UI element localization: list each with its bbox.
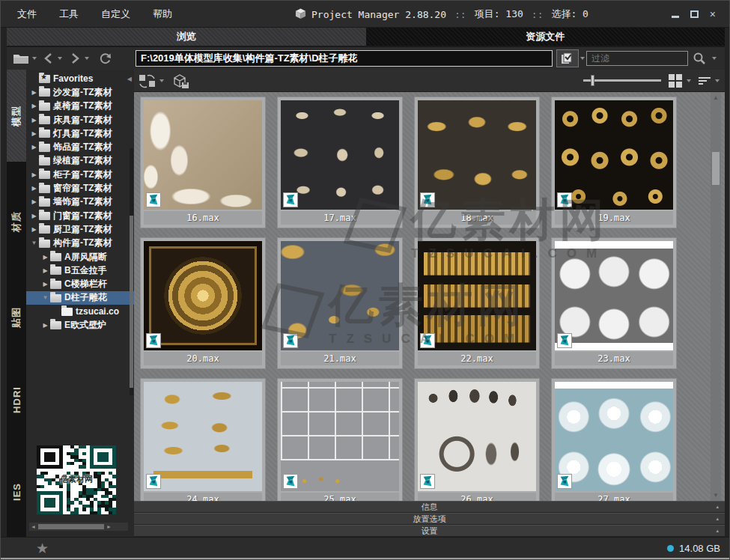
panel-header[interactable]: 信息▴ [134,501,725,513]
view-mode-dropdown[interactable] [687,73,691,89]
sort-button[interactable] [699,73,711,89]
expand-icon[interactable]: ▶ [40,322,50,329]
scrollbar-thumb[interactable] [130,216,133,388]
collapse-panel-icon[interactable]: ▴ [716,516,719,521]
tab-browse[interactable]: 浏览 [7,28,366,46]
expand-icon[interactable]: ▶ [29,198,39,205]
collapse-panel-icon[interactable]: ◀ [127,76,132,82]
expand-icon[interactable]: ▶ [29,171,39,178]
asset-card[interactable]: 24.max [140,378,266,501]
menu-item[interactable]: 自定义 [90,7,142,21]
open-folder-dropdown[interactable] [32,50,37,67]
scroll-left-icon[interactable]: ◄ [31,524,36,529]
relink-dropdown[interactable] [159,73,164,89]
tree-item[interactable]: ▶E欧式壁炉 [26,318,134,332]
close-button[interactable]: × [710,9,716,19]
tree-horizontal-scrollbar[interactable]: ◄ ► [29,523,128,531]
tree-item[interactable]: ▶厨卫篇-TZ素材 [26,222,134,236]
expand-icon[interactable]: ▶ [29,185,39,192]
sidebar-tab-材质[interactable]: 材质 [7,162,26,281]
asset-card[interactable]: 22.max [414,237,540,369]
tree-item[interactable]: ▶C楼梯栏杆 [26,277,134,290]
asset-card[interactable]: 26.max [414,378,540,501]
tree-item[interactable]: ▶饰品篇-TZ素材 [26,140,134,153]
slider-handle[interactable] [591,75,594,86]
forward-button[interactable] [70,50,81,67]
tree-item[interactable]: ▼D柱子雕花 [26,291,134,305]
sidebar-tab-IES[interactable]: IES [7,446,26,537]
tree-item[interactable]: ▶墙饰篇-TZ素材 [26,195,134,209]
forward-history-dropdown[interactable] [85,50,89,67]
tree-item[interactable]: ▶床具篇-TZ素材 [26,113,134,127]
refresh-button[interactable] [98,50,112,67]
minimize-button[interactable] [672,9,679,19]
collapse-panel-icon[interactable]: ▴ [716,528,719,533]
thumbnail-size-slider[interactable] [583,79,661,82]
tree-item[interactable]: 绿植篇-TZ素材 [26,154,134,168]
menu-item[interactable]: 工具 [48,7,90,21]
tree-item[interactable]: ▶柜子篇-TZ素材 [26,168,134,181]
expand-icon[interactable]: ▶ [29,144,39,150]
search-button[interactable] [693,50,706,67]
tab-resource-files[interactable]: 资源文件 [366,28,726,46]
preview-mode-dropdown[interactable] [580,50,585,67]
expand-icon[interactable]: ▶ [29,130,39,137]
panel-header[interactable]: 放置选项▴ [134,513,725,525]
favorite-star-icon[interactable]: ★ [36,540,49,557]
tree-scrollbar[interactable] [130,148,133,395]
save-model-button[interactable] [171,73,189,89]
expand-icon[interactable]: ▶ [29,117,39,124]
maximize-button[interactable] [690,9,699,19]
sort-dropdown[interactable] [715,73,720,89]
grid-scrollbar[interactable]: ▲ ▼ [711,92,721,501]
asset-card[interactable]: 21.max [277,237,403,369]
sidebar-tab-模型[interactable]: 模型 [7,70,26,162]
path-input[interactable] [136,50,553,67]
expand-icon[interactable]: ▶ [40,254,50,261]
expand-icon[interactable]: ▶ [29,89,39,96]
preview-mode-button[interactable] [556,49,579,67]
asset-card[interactable]: 18.max [414,97,540,228]
tree-item[interactable]: ▶门窗篇-TZ素材 [26,209,134,222]
asset-card[interactable]: 16.max [140,97,266,228]
tree-item[interactable]: ▶B五金拉手 [26,264,134,277]
scroll-right-icon[interactable]: ► [106,524,112,529]
collapse-icon[interactable]: ▼ [29,240,39,246]
back-history-dropdown[interactable] [58,50,62,67]
scroll-up-icon[interactable]: ▲ [711,94,721,101]
tree-item[interactable]: ▼构件篇-TZ素材 [26,237,134,250]
open-folder-button[interactable] [13,50,29,67]
asset-card[interactable]: 25.max [277,378,403,501]
asset-card[interactable]: 27.max [551,378,677,501]
scroll-down-icon[interactable]: ▼ [711,492,721,499]
expand-icon[interactable]: ▶ [40,281,50,287]
tree-item[interactable]: ▶灯具篇-TZ素材 [26,127,134,140]
search-options-dropdown[interactable] [712,50,717,67]
asset-card[interactable]: 23.max [551,237,677,369]
tree-item[interactable]: ▶窗帘篇-TZ素材 [26,181,134,195]
back-button[interactable] [43,50,54,67]
filter-input[interactable] [586,51,688,66]
asset-card[interactable]: 20.max [140,237,266,369]
relink-models-button[interactable] [139,73,157,89]
tree-item[interactable]: tzsucai.co [26,305,134,318]
expand-icon[interactable]: ▶ [29,213,39,219]
collapse-panel-icon[interactable]: ▴ [716,504,719,509]
menu-item[interactable]: 文件 [6,7,48,21]
panel-header[interactable]: 设置▴ [134,525,725,537]
tree-item[interactable]: ▶A屏风隔断 [26,250,134,264]
collapse-icon[interactable]: ▼ [40,294,50,301]
expand-icon[interactable]: ▶ [29,103,39,109]
scrollbar-thumb[interactable] [712,152,720,185]
asset-card[interactable]: 17.max [277,97,403,228]
sidebar-tab-HDRI[interactable]: HDRI [7,353,26,446]
asset-card[interactable]: 19.max [551,97,677,228]
tree-item[interactable]: ▶沙发篇-TZ素材 [26,85,134,99]
scrollbar-thumb[interactable] [38,524,104,529]
menu-item[interactable]: 帮助 [142,7,183,21]
grid-view-button[interactable] [669,73,682,89]
tree-item[interactable]: Favorites [26,72,134,85]
sidebar-tab-贴图[interactable]: 贴图 [7,281,26,353]
expand-icon[interactable]: ▶ [29,226,39,233]
tree-item[interactable]: ▶桌椅篇-TZ素材 [26,100,134,113]
